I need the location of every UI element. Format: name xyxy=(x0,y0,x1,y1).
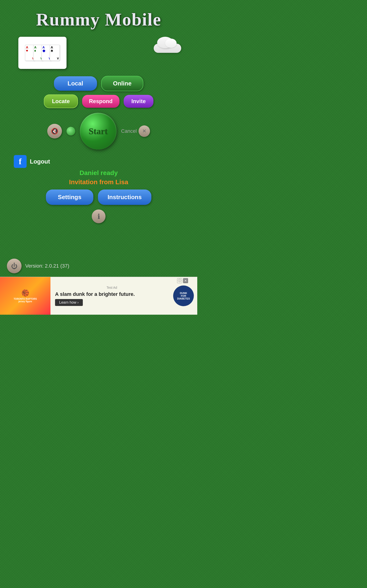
locate-button[interactable]: Locate xyxy=(44,95,78,108)
instructions-button[interactable]: Instructions xyxy=(98,190,151,205)
cloud-bump xyxy=(165,39,177,48)
cloud-shape xyxy=(151,39,184,53)
ad-label: Test Ad xyxy=(55,286,169,289)
info-icon: ℹ xyxy=(98,212,100,221)
player-ready-status: Daniel ready xyxy=(80,169,118,177)
card-rank-4: A xyxy=(51,46,53,49)
ad-badge-line3: DIABETES xyxy=(177,297,190,300)
card-suit-1: ♥ xyxy=(26,49,28,52)
invitation-status: Invitation from Lisa xyxy=(69,179,128,186)
cloud-decoration xyxy=(151,39,184,55)
card-rank-2: A xyxy=(34,46,36,49)
game-mode-section: Local Online Locate Respond Invite xyxy=(0,76,197,108)
card-rank-3: A xyxy=(42,46,45,49)
action-row: Settings Instructions xyxy=(46,190,151,205)
card-suit-3: ◆ xyxy=(42,49,45,52)
primary-mode-row: Local Online xyxy=(54,76,144,91)
app-title: Rummy Mobile xyxy=(36,9,161,30)
cancel-label: Cancel xyxy=(121,128,137,134)
info-button[interactable]: ℹ xyxy=(92,209,106,223)
card-hand: A ♥ A A ♦ A A ◆ A A ♣ A xyxy=(25,45,60,61)
ad-badge: DUNK FOR DIABETES xyxy=(173,285,194,306)
card-rank-1: A xyxy=(26,46,28,49)
bottom-row: ⏻ Version: 2.0.21 (37) xyxy=(7,259,69,273)
social-row: f Logout xyxy=(0,155,197,168)
ad-banner: 🏀 TORONTO RAPTORSjersey figure Test Ad A… xyxy=(0,277,197,315)
invite-button[interactable]: Invite xyxy=(124,95,154,108)
ad-badge-line2: FOR xyxy=(181,294,186,297)
cancel-group: Cancel ✕ xyxy=(121,125,150,137)
version-text: Version: 2.0.21 (37) xyxy=(25,263,69,269)
card-hand-image: A ♥ A A ♦ A A ◆ A A ♣ A xyxy=(18,37,67,69)
power-icon: ⏻ xyxy=(11,262,17,270)
secondary-mode-row: Locate Respond Invite xyxy=(44,95,154,108)
respond-button[interactable]: Respond xyxy=(82,95,119,108)
card-suit-4: ♣ xyxy=(51,49,53,52)
cancel-button[interactable]: ✕ xyxy=(139,125,150,137)
mute-icon: 🔇 xyxy=(51,128,58,135)
ad-learn-more[interactable]: Learn how › xyxy=(55,299,83,306)
facebook-icon[interactable]: f xyxy=(14,155,27,168)
card-suit-2: ♦ xyxy=(34,49,36,52)
ad-text: A slam dunk for a brighter future. xyxy=(55,291,169,297)
mute-button[interactable]: 🔇 xyxy=(47,124,62,138)
card-rank-bottom-4: A xyxy=(57,57,59,60)
logout-button[interactable]: Logout xyxy=(30,158,50,165)
ad-image: 🏀 TORONTO RAPTORSjersey figure xyxy=(0,277,50,315)
ad-badge-line1: DUNK xyxy=(180,292,187,294)
cancel-icon: ✕ xyxy=(142,128,146,134)
controls-row: 🔇 Start Cancel ✕ xyxy=(0,113,197,149)
ad-close-button[interactable]: ✕ xyxy=(183,278,188,283)
local-button[interactable]: Local xyxy=(54,76,97,91)
card-4: A ♣ A xyxy=(50,45,60,61)
cards-and-cloud: A ♥ A A ♦ A A ◆ A A ♣ A xyxy=(0,37,197,69)
settings-button[interactable]: Settings xyxy=(46,190,93,205)
ad-info-button[interactable]: ⓘ xyxy=(177,278,182,283)
online-button[interactable]: Online xyxy=(101,76,144,91)
ad-content: Test Ad A slam dunk for a brighter futur… xyxy=(50,284,173,308)
player-dot xyxy=(67,127,75,136)
status-section: Daniel ready Invitation from Lisa xyxy=(69,169,128,186)
power-button[interactable]: ⏻ xyxy=(7,259,22,273)
start-button[interactable]: Start xyxy=(80,113,117,149)
